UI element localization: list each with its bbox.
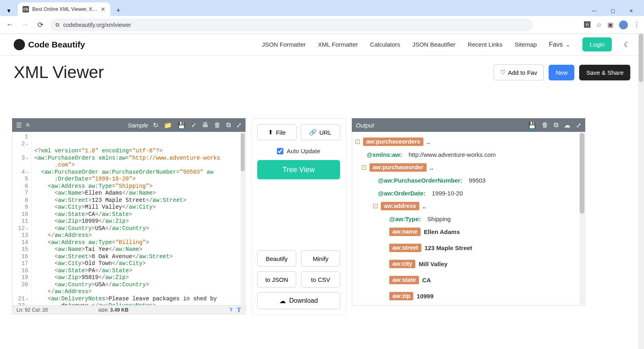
chevron-down-icon: ⌄: [565, 41, 570, 48]
tree-view-button[interactable]: Tree View: [257, 160, 340, 179]
middle-controls: ⬆ File 🔗 URL Auto Update Tree View Beaut…: [251, 118, 346, 315]
tree-attr-ordernum: @aw:PurchaseOrderNumber: 99503: [378, 174, 582, 186]
logo-icon: [14, 39, 25, 50]
expand-icon[interactable]: ⤢: [236, 121, 242, 129]
tree-attr-type: @aw:Type: Shipping: [389, 213, 582, 224]
link-icon: 🔗: [309, 129, 317, 136]
output-panel: Output 💾 🗑 ⧉ ☁ ⤢ − aw:purchaseorders .. …: [352, 118, 585, 315]
nav-link-json-beautifier[interactable]: JSON Beautifier: [412, 41, 456, 48]
code-editor[interactable]: 12345678910111213141516171819202122 <?xm…: [12, 132, 246, 306]
site-info-icon[interactable]: ⧉: [56, 22, 59, 28]
input-panel-header: ☰ ≡ Sample ↻ 📁 💾 ✓ 🖶 🗑 ⧉ ⤢: [12, 118, 246, 132]
collapse-icon[interactable]: −: [362, 165, 366, 170]
forward-icon[interactable]: →: [19, 19, 31, 31]
history-icon[interactable]: ↻: [153, 121, 158, 129]
add-to-fav-button[interactable]: ♡ Add to Fav: [493, 64, 544, 80]
tree-leaf-city: aw:city Mill Valley: [389, 258, 582, 269]
expand-output-icon[interactable]: ⤢: [576, 121, 581, 129]
save-icon[interactable]: 💾: [178, 121, 186, 129]
bookmark-star-icon[interactable]: ☆: [596, 21, 602, 29]
url-text: codebeautify.org/xmlviewer: [63, 22, 131, 28]
tab-search-dropdown[interactable]: ▾: [3, 5, 14, 16]
translate-icon[interactable]: 🅰: [584, 21, 590, 29]
tree-leaf-zip: aw:zip 10999: [389, 290, 582, 302]
login-button[interactable]: Login: [582, 37, 612, 51]
nav-link-recent-links[interactable]: Recent Links: [468, 41, 503, 48]
code-area[interactable]: <?xml version="1.0" encoding="utf-8"?><a…: [32, 132, 245, 305]
delete-output-icon[interactable]: 🗑: [542, 121, 548, 129]
close-window-icon[interactable]: ✕: [625, 8, 637, 14]
collapse-icon[interactable]: −: [355, 140, 360, 144]
nav-link-calculators[interactable]: Calculators: [370, 41, 400, 48]
nav-link-json-formatter[interactable]: JSON Formatter: [262, 41, 306, 48]
side-panel-icon[interactable]: ▣: [607, 21, 613, 29]
beautify-button[interactable]: Beautify: [257, 250, 296, 267]
check-icon[interactable]: ✓: [191, 121, 196, 129]
maximize-icon[interactable]: ▢: [607, 8, 618, 14]
copy-output-icon[interactable]: ⧉: [554, 121, 558, 129]
brand-logo[interactable]: Code Beautify: [14, 39, 85, 50]
text-large-icon[interactable]: T: [237, 306, 241, 314]
tree-attr-orderdate: @aw:OrderDate: 1999-10-20: [378, 187, 582, 199]
address-bar[interactable]: ⧉ codebeautify.org/xmlviewer: [50, 18, 533, 31]
favs-dropdown[interactable]: Favs ⌄: [549, 41, 571, 48]
kebab-menu-icon[interactable]: ⋮: [634, 21, 640, 29]
delete-icon[interactable]: 🗑: [214, 121, 221, 129]
save-share-button[interactable]: Save & Share: [579, 65, 630, 80]
browser-tab[interactable]: Cb Best Online XML Viewer, XML F ✕: [18, 2, 110, 16]
close-tab-icon[interactable]: ✕: [101, 6, 105, 12]
tree-leaf-name: aw:name Ellen Adams: [389, 226, 582, 237]
tab-title: Best Online XML Viewer, XML F: [32, 6, 97, 12]
output-panel-header: Output 💾 🗑 ⧉ ☁ ⤢: [352, 118, 585, 132]
nav-link-sitemap[interactable]: Sitemap: [515, 41, 537, 48]
nav-link-xml-formatter[interactable]: XML Formatter: [318, 41, 358, 48]
cloud-icon[interactable]: ☁: [564, 121, 570, 129]
new-button[interactable]: New: [549, 65, 574, 80]
new-tab-button[interactable]: +: [113, 5, 124, 16]
tree-attr-xmlns: @xmlns:aw: http://www.adventure-works.co…: [367, 149, 582, 160]
tree-leaf-state: aw:state CA: [389, 274, 582, 285]
to-json-button[interactable]: to JSON: [257, 271, 296, 287]
profile-avatar[interactable]: [619, 21, 628, 29]
minimize-icon[interactable]: ―: [588, 8, 600, 14]
reload-icon[interactable]: ⟳: [35, 19, 46, 31]
heart-icon: ♡: [500, 69, 506, 76]
line-gutter: 12345678910111213141516171819202122: [12, 132, 32, 305]
url-bar-row: ← → ⟳ ⧉ codebeautify.org/xmlviewer 🅰 ☆ ▣…: [0, 16, 644, 34]
cursor-position: Ln: 92 Col: 20: [17, 307, 48, 313]
cloud-download-icon: ☁: [279, 297, 286, 305]
dark-mode-icon[interactable]: ☾: [624, 40, 630, 49]
print-icon[interactable]: 🖶: [202, 121, 208, 129]
collapse-icon[interactable]: −: [373, 204, 378, 208]
output-tree[interactable]: − aw:purchaseorders .. @xmlns:aw: http:/…: [352, 132, 585, 306]
output-scrollbar[interactable]: [580, 132, 584, 305]
auto-update-checkbox[interactable]: Auto Update: [257, 148, 340, 154]
save-output-icon[interactable]: 💾: [528, 121, 536, 129]
open-folder-icon[interactable]: 📁: [164, 121, 172, 129]
page-scrollbar[interactable]: [638, 34, 644, 349]
window-controls: ― ▢ ✕: [588, 8, 641, 16]
copy-icon[interactable]: ⧉: [226, 121, 231, 129]
text-small-icon[interactable]: T: [229, 307, 233, 313]
input-panel: ☰ ≡ Sample ↻ 📁 💾 ✓ 🖶 🗑 ⧉ ⤢ 1234567891011…: [12, 118, 246, 315]
file-button[interactable]: ⬆ File: [257, 124, 297, 140]
main-layout: ☰ ≡ Sample ↻ 📁 💾 ✓ 🖶 🗑 ⧉ ⤢ 1234567891011…: [0, 82, 644, 315]
minify-button[interactable]: Minify: [301, 250, 340, 267]
download-button[interactable]: ☁ Download: [257, 292, 340, 309]
to-csv-button[interactable]: to CSV: [301, 271, 340, 287]
auto-update-input[interactable]: [277, 148, 283, 154]
menu-icon[interactable]: ≡: [26, 121, 29, 129]
site-top-nav: Code Beautify JSON Formatter XML Formatt…: [0, 34, 644, 55]
upload-icon: ⬆: [268, 129, 273, 136]
url-button[interactable]: 🔗 URL: [301, 124, 340, 140]
tree-node-root: − aw:purchaseorders ..: [355, 136, 582, 147]
sample-label[interactable]: Sample: [128, 122, 148, 129]
page-title: XML Viewer: [14, 63, 104, 82]
editor-scrollbar[interactable]: [241, 132, 245, 305]
favicon: Cb: [23, 6, 29, 12]
tree-node-order: − aw:purchaseorder ..: [362, 162, 582, 173]
output-label: Output: [356, 122, 374, 129]
editor-status-bar: Ln: 92 Col: 20 size: 3.49 KB T T: [12, 306, 246, 314]
back-icon[interactable]: ←: [4, 19, 15, 31]
list-icon[interactable]: ☰: [16, 121, 22, 129]
